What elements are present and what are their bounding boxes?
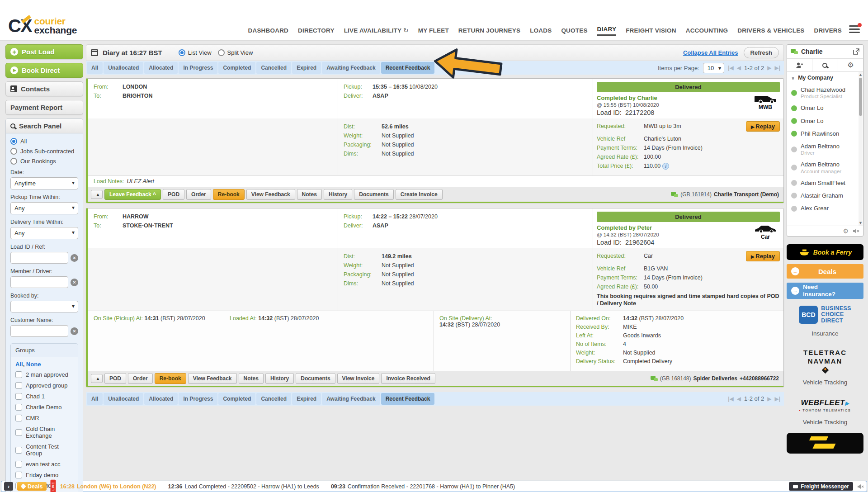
chat-bubbles-icon[interactable] [671,192,678,197]
ticker-item[interactable]: 16:28London (W6) to London (N22) [60,483,156,490]
popout-icon[interactable] [853,48,859,55]
add-contact-button[interactable] [787,59,812,71]
contact-row[interactable]: Adam Beltrano Driver [787,140,859,158]
diary-tab[interactable]: Cancelled [256,62,291,74]
post-load-button[interactable]: + Post Load [5,44,83,59]
load-id-input[interactable] [10,252,68,264]
insurance-ad[interactable]: → Need insurance? [787,283,863,299]
book-direct-button[interactable]: ▶ Book Direct [5,63,83,78]
contact-row[interactable]: Phil Rawlinson [787,128,859,140]
diary-tab[interactable]: Unallocated [104,393,143,405]
scope-radio[interactable]: Jobs Sub-contracted [10,148,78,155]
first-page-icon[interactable]: |◀ [728,396,734,402]
contact-row[interactable]: Chad Hazelwood Product Specialist [787,84,859,102]
first-page-icon[interactable]: |◀ [728,65,734,71]
scrollbar-thumb[interactable] [859,78,862,116]
entry-action-button[interactable]: Order [186,189,211,200]
contact-row[interactable]: Alastair Graham [787,189,859,202]
diary-tab[interactable]: Unallocated [104,62,143,74]
group-checkbox-row[interactable]: Content Test Group [15,443,73,457]
diary-tab[interactable]: Allocated [144,393,178,405]
next-page-icon[interactable]: ▶ [767,65,771,71]
contacts-button[interactable]: Contacts [5,81,83,96]
replay-button[interactable]: Replay [746,121,780,132]
contact-row[interactable]: Alex Grear [787,202,859,215]
replay-button[interactable]: Replay [746,251,780,261]
nav-item[interactable]: DASHBOARD [248,27,289,36]
gear-icon[interactable]: ⚙ [843,228,849,234]
diary-tab[interactable]: Awaiting Feedback [322,393,380,405]
nav-item[interactable]: QUOTES [561,27,587,36]
group-checkbox-row[interactable]: evan test acc [15,461,73,468]
next-page-icon[interactable]: ▶ [767,396,771,402]
nav-item[interactable]: DIARY [597,26,617,36]
entry-action-button[interactable]: View Feedback [188,373,237,384]
clear-icon[interactable]: × [71,327,78,335]
entry-action-button[interactable]: History [265,373,294,384]
ticker-deals-button[interactable]: Deals [17,482,47,491]
payment-report-button[interactable]: Payment Report [5,100,83,115]
info-icon[interactable]: i [662,163,669,170]
scroll-up-icon[interactable]: ▲ [859,72,863,77]
entry-action-button[interactable]: History [324,189,352,200]
clear-icon[interactable]: × [71,254,78,262]
diary-tab[interactable]: Cancelled [256,393,291,405]
entry-action-button[interactable]: Documents [354,189,393,200]
entry-action-button[interactable]: POD [104,373,126,384]
webfleet-ad[interactable]: WEBFLEET▶ ▪ TOMTOM TELEMATICS [787,398,863,412]
group-checkbox-row[interactable]: Chad 1 [15,393,73,400]
diary-tab[interactable]: Allocated [144,62,178,74]
refresh-button[interactable]: Refresh [744,47,779,58]
scope-radio[interactable]: All [10,138,78,145]
entry-action-button[interactable]: Notes [239,373,264,384]
bcd-ad[interactable]: BCD BUSINESS CHOICE DIRECT [787,306,863,324]
member-driver-input[interactable] [10,276,68,288]
diary-tab[interactable]: Awaiting Feedback [322,62,380,74]
scroll-down-icon[interactable]: ▼ [859,220,863,226]
collapse-all-link[interactable]: Collapse All Entries [683,49,738,56]
nav-item[interactable]: RETURN JOURNEYS [458,27,520,36]
contact-row[interactable]: Adam Beltrano Account manager [787,158,859,176]
nav-item[interactable]: DRIVERS [814,27,842,36]
view-radio[interactable]: Split View [218,49,253,56]
contact-list-scrollbar[interactable]: ▲ ▼ [859,72,863,226]
entry-action-button[interactable]: Re-book [213,189,245,200]
contact-row[interactable]: Omar Lo [787,102,859,114]
pickup-time-select[interactable]: Any [10,202,78,214]
groups-none-link[interactable]: None [26,361,41,368]
group-checkbox-row[interactable]: 2 man approved [15,371,73,378]
group-checkbox-row[interactable]: CMR [15,415,73,421]
groups-all-link[interactable]: All [15,361,23,368]
entry-action-button[interactable]: Notes [297,189,322,200]
ticker-expand-icon[interactable]: › [4,482,13,491]
diary-tab[interactable]: Expired [292,393,321,405]
diary-tab[interactable]: Completed [218,393,255,405]
nav-item[interactable]: MY FLEET [418,27,449,36]
nav-item[interactable]: LOADS [530,27,552,36]
member-phone-link[interactable]: +442088966722 [740,375,779,382]
prev-page-icon[interactable]: ◀ [737,396,741,402]
diary-tab[interactable]: In Progress [179,62,217,74]
customer-name-input[interactable] [10,325,68,337]
entry-action-button[interactable]: Leave Feedback ^ [104,189,161,200]
diary-tab[interactable]: Completed [218,62,255,74]
nav-item[interactable]: LIVE AVAILABILITY [344,27,409,36]
chat-settings-button[interactable]: ⚙ [838,59,863,71]
book-a-ferry-ad[interactable]: Book a Ferry [787,244,863,260]
partial-ad[interactable] [787,433,863,454]
date-select[interactable]: Anytime [10,177,78,189]
hamburger-menu-icon[interactable] [849,25,860,33]
group-checkbox-row[interactable]: Cold Chain Exchange [15,426,73,439]
prev-page-icon[interactable]: ◀ [737,65,741,71]
diary-tab[interactable]: In Progress [179,393,217,405]
last-page-icon[interactable]: ▶| [774,65,780,71]
collapse-entry-button[interactable]: ▲ [91,374,103,383]
clear-icon[interactable]: × [71,279,78,286]
company-group-header[interactable]: ∨ My Company [787,72,859,84]
member-code-link[interactable]: (GB 168148) [660,375,691,382]
diary-tab[interactable]: All [87,393,103,405]
scope-radio[interactable]: Our Bookings [10,158,78,165]
ticker-item[interactable]: 12:36Load Completed - 22209502 - Harrow … [168,483,319,490]
freight-messenger-button[interactable]: Freight Messenger [789,482,853,491]
last-page-icon[interactable]: ▶| [774,396,780,402]
